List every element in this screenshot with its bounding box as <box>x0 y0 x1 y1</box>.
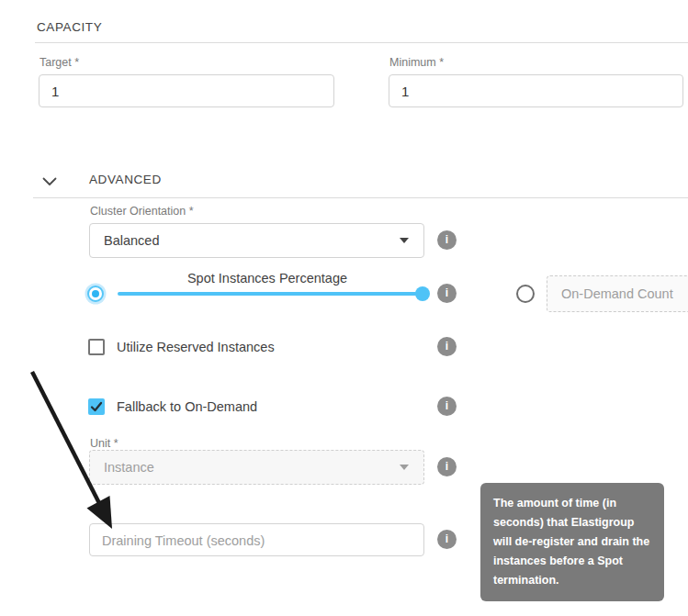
radio-dot <box>92 290 99 297</box>
minimum-input[interactable] <box>389 74 683 107</box>
on-demand-count-radio[interactable] <box>516 285 535 303</box>
tooltip-text-line: The amount of time (in <box>493 494 651 513</box>
tooltip-text-line: seconds) that Elastigroup <box>493 513 651 532</box>
tooltip-text-line: termination. <box>493 571 651 590</box>
capacity-section-title: CAPACITY <box>37 20 102 34</box>
utilize-reserved-checkbox[interactable] <box>88 339 105 355</box>
unit-value: Instance <box>104 460 154 475</box>
tooltip-text-line: instances before a Spot <box>493 552 651 571</box>
target-label: Target * <box>39 56 79 69</box>
draining-timeout-input[interactable] <box>89 523 424 556</box>
on-demand-count-input <box>547 275 688 312</box>
caret-down-icon <box>400 465 409 470</box>
target-input[interactable] <box>39 74 334 107</box>
unit-label: Unit * <box>90 437 118 450</box>
capacity-settings-panel: CAPACITY Target * Minimum * ADVANCED Clu… <box>0 0 688 616</box>
unit-info-icon[interactable]: i <box>437 457 457 476</box>
advanced-collapse-toggle[interactable] <box>42 174 57 183</box>
spot-percentage-label: Spot Instances Percentage <box>118 271 417 286</box>
cluster-orientation-value: Balanced <box>104 233 159 248</box>
fallback-on-demand-checkbox[interactable] <box>88 398 105 415</box>
chevron-down-icon <box>42 177 57 186</box>
spot-percentage-slider-thumb[interactable] <box>415 286 430 301</box>
tooltip-text-line: will de-register and drain the <box>493 532 651 552</box>
unit-select: Instance <box>89 450 424 485</box>
draining-timeout-tooltip: The amount of time (in seconds) that Ela… <box>480 483 664 601</box>
draining-timeout-info-icon[interactable]: i <box>437 530 457 549</box>
capacity-divider <box>35 42 688 43</box>
utilize-reserved-label: Utilize Reserved Instances <box>117 340 275 354</box>
fallback-on-demand-label: Fallback to On-Demand <box>117 399 257 414</box>
cluster-orientation-select[interactable]: Balanced <box>89 223 424 258</box>
caret-down-icon <box>400 238 409 243</box>
cluster-orientation-label: Cluster Orientation * <box>90 205 194 218</box>
checkmark-icon <box>89 399 104 414</box>
minimum-label: Minimum * <box>389 56 444 69</box>
spot-percentage-radio[interactable] <box>87 286 104 302</box>
spot-percentage-slider[interactable] <box>118 292 417 296</box>
cluster-orientation-info-icon[interactable]: i <box>437 230 457 250</box>
advanced-divider <box>33 197 688 198</box>
utilize-reserved-info-icon[interactable]: i <box>437 337 457 356</box>
spot-percentage-info-icon[interactable]: i <box>437 284 457 303</box>
fallback-on-demand-info-icon[interactable]: i <box>437 397 457 416</box>
advanced-section-title: ADVANCED <box>89 173 162 186</box>
